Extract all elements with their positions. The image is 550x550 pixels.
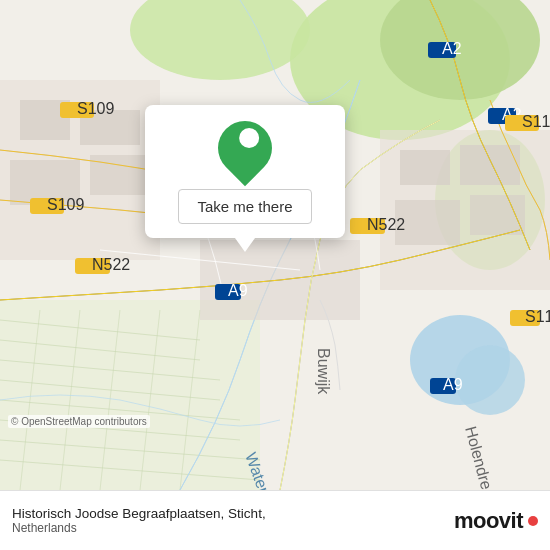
take-me-there-button[interactable]: Take me there [178, 189, 311, 224]
location-country: Netherlands [12, 521, 266, 535]
copyright-text: © OpenStreetMap contributors [8, 415, 150, 428]
moovit-wordmark: moovit [454, 508, 523, 534]
pin-center-dot [239, 128, 259, 148]
svg-point-6 [455, 345, 525, 415]
svg-rect-30 [470, 195, 525, 235]
location-name: Historisch Joodse Begraafplaatsen, Stich… [12, 506, 266, 521]
moovit-dot [528, 516, 538, 526]
svg-text:S111: S111 [522, 113, 550, 130]
svg-text:N522: N522 [92, 256, 130, 273]
moovit-logo: moovit [454, 508, 538, 534]
map-container: A2 A2 N522 N522 S109 S109 S111 S11 A9 A9… [0, 0, 550, 490]
svg-text:A9: A9 [228, 282, 248, 299]
svg-text:S11: S11 [525, 308, 550, 325]
bottom-bar: Historisch Joodse Begraafplaatsen, Stich… [0, 490, 550, 550]
svg-text:N522: N522 [367, 216, 405, 233]
svg-text:S109: S109 [47, 196, 84, 213]
svg-text:S109: S109 [77, 100, 114, 117]
map-pin-icon [207, 110, 283, 186]
svg-rect-25 [90, 155, 145, 195]
svg-text:A9: A9 [443, 376, 463, 393]
svg-rect-7 [0, 300, 260, 490]
location-info: Historisch Joodse Begraafplaatsen, Stich… [12, 506, 266, 535]
location-popup: Take me there [145, 105, 345, 238]
svg-text:A2: A2 [442, 40, 462, 57]
svg-rect-27 [400, 150, 450, 185]
svg-text:Buwijk: Buwijk [315, 348, 332, 395]
